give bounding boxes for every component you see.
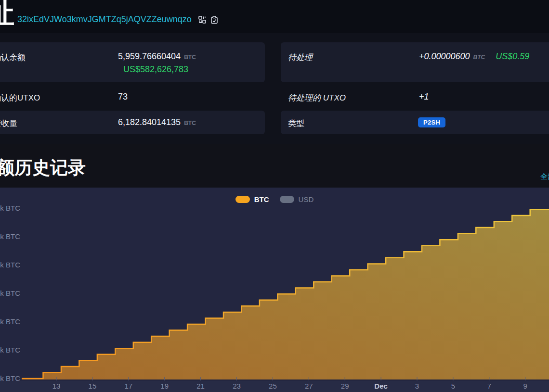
confirmed-balance-value: 5,959.76660404BTC xyxy=(118,51,196,62)
x-axis-label: 21 xyxy=(196,382,205,390)
x-axis-label: 23 xyxy=(233,382,241,390)
pending-fiat: US$0.59 xyxy=(496,51,529,61)
address-value[interactable]: 32ixEdVJWo3kmvJGMTZq5jAQVZZeuwnqzo xyxy=(17,14,192,25)
history-more-link[interactable]: 全部 xyxy=(540,172,549,181)
pending-label: 待处理 xyxy=(288,52,313,63)
legend-btc-label: BTC xyxy=(254,195,269,203)
legend-toggle-btc[interactable]: BTC xyxy=(235,195,269,203)
address-stats: 确认余额 5,959.76660404BTC US$582,626,783 待处… xyxy=(0,33,549,144)
pending-card xyxy=(281,42,549,82)
x-axis-label: 27 xyxy=(305,382,313,390)
x-axis-label: 15 xyxy=(89,382,97,390)
history-section-header: 余额历史记录 全部 xyxy=(0,144,549,188)
balance-chart-canvas[interactable]: 131517192123252729Dec35790k BTC1k BTC2k … xyxy=(0,188,549,392)
btc-unit: BTC xyxy=(184,120,196,126)
x-axis-label: 5 xyxy=(451,382,455,390)
confirmed-utxo-value: 73 xyxy=(118,92,128,102)
confirmed-utxo-label: 确认的UTXO xyxy=(0,92,40,103)
confirmed-balance-fiat: US$582,626,783 xyxy=(123,64,188,75)
x-axis-label: 29 xyxy=(341,382,349,390)
type-badge: P2SH xyxy=(418,117,445,127)
btc-unit: BTC xyxy=(184,54,196,61)
legend-toggle-usd[interactable]: USD xyxy=(280,195,314,203)
y-axis-label: 5k BTC xyxy=(0,232,20,240)
x-axis-label: Dec xyxy=(374,382,388,390)
pending-value: +0.00000600BTCUS$0.59 xyxy=(419,51,529,62)
y-axis-label: 1k BTC xyxy=(0,346,20,354)
copy-icon[interactable] xyxy=(210,16,218,24)
x-axis-label: 3 xyxy=(415,382,419,390)
y-axis-label: 2k BTC xyxy=(0,317,20,326)
type-card xyxy=(281,111,549,134)
balance-history-chart: 131517192123252729Dec35790k BTC1k BTC2k … xyxy=(0,188,549,392)
qr-code-icon[interactable] xyxy=(198,16,206,24)
chart-legend: BTC USD xyxy=(0,195,549,203)
x-axis-label: 7 xyxy=(487,382,491,390)
confirmed-balance-label: 确认余额 xyxy=(0,52,26,63)
pending-utxo-label: 待处理的 UTXO xyxy=(288,92,346,103)
x-axis-label: 13 xyxy=(52,382,61,390)
received-label: 接收量 xyxy=(0,118,17,129)
received-value: 6,182.84014135BTC xyxy=(118,117,196,127)
page-header: 地址 32ixEdVJWo3kmvJGMTZq5jAQVZZeuwnqzo xyxy=(0,0,549,33)
btc-swatch-icon xyxy=(235,196,250,203)
y-axis-label: 6k BTC xyxy=(0,204,20,212)
type-label: 类型 xyxy=(288,118,304,129)
usd-swatch-icon xyxy=(280,196,294,203)
history-title: 余额历史记录 xyxy=(0,156,86,180)
pending-utxo-value: +1 xyxy=(419,92,429,102)
x-axis-label: 19 xyxy=(160,382,169,390)
y-axis-label: 4k BTC xyxy=(0,261,20,269)
x-axis-label: 25 xyxy=(269,382,277,390)
legend-usd-label: USD xyxy=(299,195,314,203)
y-axis-label: 3k BTC xyxy=(0,289,20,297)
btc-unit: BTC xyxy=(473,54,485,61)
x-axis-label: 9 xyxy=(523,382,527,390)
page-title: 地址 xyxy=(0,0,15,32)
x-axis-label: 17 xyxy=(124,382,132,390)
confirmed-balance-card xyxy=(0,42,265,82)
y-axis-label: 0k BTC xyxy=(0,374,20,382)
